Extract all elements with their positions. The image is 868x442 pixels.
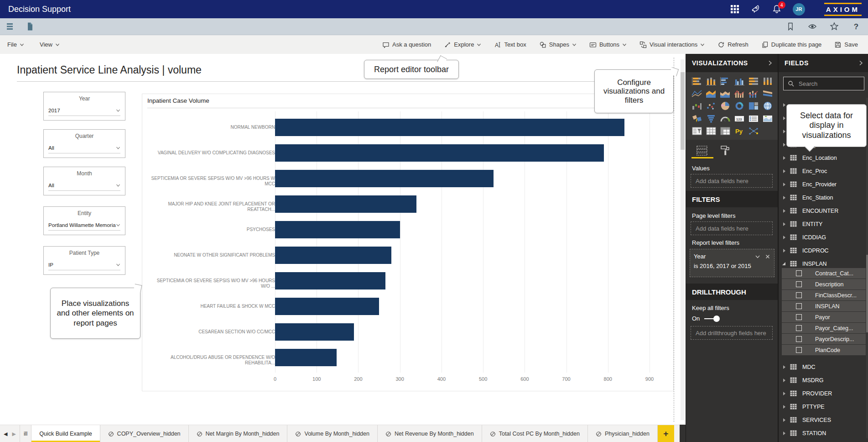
rocket-icon[interactable] xyxy=(751,4,761,14)
filled-map-icon[interactable] xyxy=(691,114,702,124)
favorite-star-icon[interactable] xyxy=(830,22,839,31)
menu-view[interactable]: View xyxy=(40,41,60,48)
keep-filters-toggle[interactable] xyxy=(704,316,720,322)
toolbar-buttons-button[interactable]: Buttons xyxy=(589,41,627,48)
page-tab-physician-hidden[interactable]: Physician_hidden xyxy=(588,425,658,442)
field-table-station[interactable]: STATION xyxy=(779,426,868,440)
expand-arrow-icon[interactable] xyxy=(783,116,785,120)
map-icon[interactable] xyxy=(762,101,773,111)
expand-arrow-icon[interactable] xyxy=(783,130,785,133)
donut-chart-icon[interactable] xyxy=(734,101,745,111)
partial-page-tab[interactable]: ill xyxy=(20,425,31,442)
bar-normal-newborn[interactable] xyxy=(275,119,624,136)
100-stacked-column-chart-icon[interactable] xyxy=(762,77,773,87)
page-tab-copy-overview-hidden[interactable]: COPY_Overview_hidden xyxy=(100,425,189,442)
hamburger-menu-icon[interactable] xyxy=(6,22,16,31)
slicer-dropdown[interactable]: 2017 xyxy=(48,105,120,116)
field-table-mdc[interactable]: MDC xyxy=(779,360,868,374)
field-table-provider[interactable]: PROVIDER xyxy=(779,387,868,400)
bar-vaginal-delivery-w-o-complicat[interactable] xyxy=(275,144,604,162)
field-table-enc-proc[interactable]: Enc_Proc xyxy=(779,164,868,178)
bar-psychoses[interactable] xyxy=(275,221,400,238)
menu-file[interactable]: File xyxy=(7,41,24,48)
bar-alcohol-drug-abuse-or-dependen[interactable] xyxy=(275,349,337,366)
expand-arrow-icon[interactable] xyxy=(783,169,785,173)
expand-arrow-icon[interactable] xyxy=(783,431,785,435)
field-checkbox[interactable] xyxy=(796,325,802,331)
line-chart-icon[interactable] xyxy=(691,89,702,99)
pie-chart-icon[interactable] xyxy=(720,101,731,111)
field-finclassdescr[interactable]: FinClassDescr... xyxy=(782,290,866,300)
field-checkbox[interactable] xyxy=(796,347,802,353)
clustered-bar-chart-icon[interactable] xyxy=(720,77,731,87)
field-table-encounter[interactable]: ENCOUNTER xyxy=(779,204,868,217)
expand-arrow-icon[interactable] xyxy=(783,209,785,213)
tab-format-paint-roller-icon[interactable] xyxy=(720,145,732,157)
tab-nav-prev-icon[interactable]: ◀ xyxy=(4,431,7,437)
field-contract-cat[interactable]: Contract_Cat... xyxy=(782,268,866,279)
values-dropzone[interactable]: Add data fields here xyxy=(691,174,773,188)
toolbar-duplicate-this-page-button[interactable]: Duplicate this page xyxy=(761,41,822,48)
expand-arrow-icon[interactable] xyxy=(783,156,785,160)
field-plancode[interactable]: PlanCode xyxy=(782,345,866,355)
tab-fields[interactable] xyxy=(696,145,708,157)
toolbar-ask-a-question-button[interactable]: Ask a question xyxy=(382,41,431,48)
filter-expand-chevron-icon[interactable] xyxy=(755,254,760,259)
field-checkbox[interactable] xyxy=(796,281,802,287)
page-tab-quick-build-example[interactable]: Quick Build Example xyxy=(31,425,100,442)
filter-remove-icon[interactable] xyxy=(765,254,770,259)
expand-arrow-icon[interactable] xyxy=(783,365,785,369)
report-page-icon[interactable] xyxy=(26,22,35,31)
expand-arrow-icon[interactable] xyxy=(783,392,785,395)
search-input[interactable] xyxy=(798,80,859,88)
stacked-column-chart-icon[interactable] xyxy=(706,77,717,87)
page-tab-net-revenue-by-month-hidden[interactable]: Net Revenue By Month_hidden xyxy=(378,425,482,442)
toolbar-visual-interactions-button[interactable]: Visual interactions xyxy=(639,41,705,48)
waterfall-chart-icon[interactable] xyxy=(691,101,702,111)
toolbar-explore-button[interactable]: Explore xyxy=(444,41,481,48)
field-table-entity[interactable]: ENTITY xyxy=(779,217,868,231)
field-payor[interactable]: Payor xyxy=(782,312,866,322)
toolbar-refresh-button[interactable]: Refresh xyxy=(717,41,748,48)
collapse-pane-chevron-icon[interactable] xyxy=(767,60,773,66)
field-table-enc-location[interactable]: Enc_Location xyxy=(779,151,868,164)
fields-scrollbar-thumb[interactable] xyxy=(866,255,868,332)
page-tab-volume-by-month-hidden[interactable]: Volume By Month_hidden xyxy=(287,425,377,442)
stacked-area-chart-icon[interactable] xyxy=(720,89,731,99)
expand-arrow-icon[interactable] xyxy=(783,379,785,382)
fields-search-box[interactable] xyxy=(783,77,864,90)
field-table-enc-station[interactable]: Enc_Station xyxy=(779,191,868,204)
waffle-menu-icon[interactable] xyxy=(730,4,740,14)
decomposition-tree-icon[interactable] xyxy=(748,126,759,137)
expand-arrow-icon[interactable] xyxy=(783,143,785,147)
drillthrough-dropzone[interactable]: Add drillthrough fields here xyxy=(691,326,773,340)
inpatient-case-volume-chart[interactable]: Inpatient Case Volume 010020030040050060… xyxy=(142,94,674,391)
bar-heart-failure-shock-w-mcc[interactable] xyxy=(275,298,379,315)
field-table-icddiag[interactable]: ICDDIAG xyxy=(779,231,868,244)
bar-major-hip-and-knee-joint-repla[interactable] xyxy=(275,195,416,213)
expand-arrow-icon[interactable] xyxy=(783,249,785,253)
field-insplan[interactable]: INSPLAN xyxy=(782,301,866,311)
area-chart-icon[interactable] xyxy=(706,89,717,99)
field-checkbox[interactable] xyxy=(796,270,802,276)
bar-septicemia-or-severe-sepsis-w-[interactable] xyxy=(275,170,494,187)
line-stacked-column-chart-icon[interactable] xyxy=(748,89,759,99)
funnel-icon[interactable] xyxy=(706,114,717,124)
ribbon-chart-icon[interactable] xyxy=(762,89,773,99)
field-checkbox[interactable] xyxy=(796,336,802,342)
multi-row-card-icon[interactable] xyxy=(748,114,759,124)
field-checkbox[interactable] xyxy=(796,303,802,309)
page-tab-net-margin-by-month-hidden[interactable]: Net Margin By Month_hidden xyxy=(189,425,288,442)
treemap-icon[interactable] xyxy=(748,101,759,111)
kpi-icon[interactable] xyxy=(762,114,773,124)
help-icon[interactable]: ? xyxy=(852,22,861,31)
toolbar-save-button[interactable]: Save xyxy=(834,41,858,48)
slicer-dropdown[interactable]: Portland Willamette Memorial H... xyxy=(48,220,120,231)
slicer-dropdown[interactable]: All xyxy=(48,180,120,191)
expand-arrow-icon[interactable] xyxy=(783,183,785,186)
python-visual-icon[interactable]: Py xyxy=(734,126,745,137)
collapse-arrow-icon[interactable] xyxy=(782,262,785,265)
field-checkbox[interactable] xyxy=(796,292,802,298)
report-filter-card[interactable]: Year is 2016, 2017 or 2015 xyxy=(690,249,774,277)
field-description[interactable]: Description xyxy=(782,279,866,289)
